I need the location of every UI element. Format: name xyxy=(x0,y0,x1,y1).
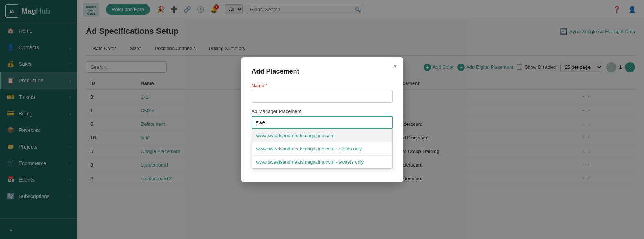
modal-title: Add Placement xyxy=(252,68,393,75)
autocomplete-dropdown: www.sweatsandmeatsmagazine.com www.sweet… xyxy=(252,129,393,169)
ad-manager-label: Ad Manager Placement xyxy=(252,108,393,114)
modal-overlay[interactable]: Add Placement × Name * Ad Manager Placem… xyxy=(0,0,644,239)
dropdown-item-0[interactable]: www.sweatsandmeatsmagazine.com xyxy=(252,129,392,142)
add-placement-modal: Add Placement × Name * Ad Manager Placem… xyxy=(241,57,403,182)
dropdown-item-2[interactable]: www.sweetsandmeatsmagazine.com - sweets … xyxy=(252,156,392,168)
modal-close-button[interactable]: × xyxy=(393,63,397,70)
name-label: Name * xyxy=(252,83,393,88)
ad-manager-form-group: Ad Manager Placement www.sweatsandmeatsm… xyxy=(252,108,393,169)
dropdown-item-1[interactable]: www.sweetsandmeatsmagazine.com - meats o… xyxy=(252,142,392,155)
name-required-star: * xyxy=(266,83,267,88)
name-form-group: Name * xyxy=(252,83,393,103)
placement-name-input[interactable] xyxy=(252,90,393,103)
ad-manager-input[interactable] xyxy=(252,116,393,129)
